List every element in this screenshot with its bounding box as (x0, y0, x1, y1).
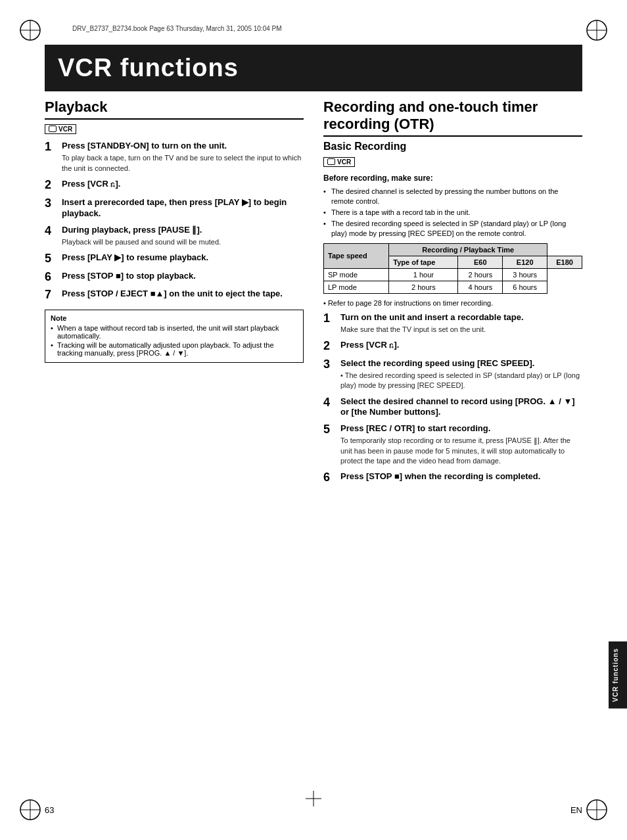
playback-step-1: 1 Press [STANDBY-ON] to turn on the unit… (45, 141, 304, 174)
right-column: Recording and one-touch timer recording … (323, 92, 582, 787)
rec-step-desc-3: • The desired recording speed is selecte… (340, 371, 582, 391)
table-subheader-e180: E180 (547, 256, 582, 268)
sp-e120: 2 hours (458, 268, 503, 281)
step-title-2: Press [VCR ⎌]. (62, 179, 304, 190)
language-indicator: EN (570, 805, 582, 815)
sp-e180: 3 hours (503, 268, 547, 281)
note-item-1: When a tape without record tab is insert… (51, 324, 298, 340)
rec-step-title-2: Press [VCR ⎌]. (340, 340, 582, 351)
before-item-1: The desired channel is selected by press… (323, 187, 582, 206)
rec-step-2: 2 Press [VCR ⎌]. (323, 340, 582, 353)
step-title-3: Insert a prerecorded tape, then press [P… (62, 197, 304, 220)
step-title-4: During playback, press [PAUSE ‖]. (62, 225, 304, 236)
note-box: Note When a tape without record tab is i… (45, 310, 304, 363)
note-title: Note (51, 314, 298, 322)
recording-heading: Recording and one-touch timer recording … (323, 99, 582, 137)
lp-e60: 2 hours (389, 281, 458, 293)
title-bar: VCR functions (45, 45, 582, 91)
lp-mode-label: LP mode (324, 281, 389, 293)
playback-vcr-badge: VCR (45, 124, 76, 134)
rec-step-num-2: 2 (323, 340, 335, 353)
tape-speed-table: Tape speed Recording / Playback Time Typ… (323, 243, 582, 294)
table-header-time: Recording / Playback Time (389, 243, 547, 256)
rec-step-1: 1 Turn on the unit and insert a recordab… (323, 312, 582, 335)
table-header-speed: Tape speed (324, 243, 389, 268)
rec-step-num-5: 5 (323, 423, 335, 436)
playback-step-4: 4 During playback, press [PAUSE ‖]. Play… (45, 225, 304, 247)
playback-step-3: 3 Insert a prerecorded tape, then press … (45, 197, 304, 220)
rec-step-4: 4 Select the desired channel to record u… (323, 396, 582, 419)
step-num-1: 1 (45, 141, 57, 154)
corner-mark-tr (585, 18, 609, 42)
rec-step-6: 6 Press [STOP ■] when the recording is c… (323, 471, 582, 484)
playback-step-6: 6 Press [STOP ■] to stop playback. (45, 271, 304, 284)
before-item-3: The desired recording speed is selected … (323, 219, 582, 238)
rec-step-num-6: 6 (323, 471, 335, 484)
step-num-7: 7 (45, 289, 57, 302)
page-title: VCR functions (58, 54, 569, 82)
rec-step-title-4: Select the desired channel to record usi… (340, 396, 582, 419)
basic-recording-title: Basic Recording (323, 141, 582, 152)
rec-step-title-1: Turn on the unit and insert a recordable… (340, 312, 582, 323)
step-num-5: 5 (45, 252, 57, 266)
rec-step-num-1: 1 (323, 312, 335, 325)
note-item-2: Tracking will be automatically adjusted … (51, 341, 298, 357)
playback-step-2: 2 Press [VCR ⎌]. (45, 179, 304, 192)
before-item-2: There is a tape with a record tab in the… (323, 208, 582, 217)
step-num-4: 4 (45, 225, 57, 238)
main-content: Playback VCR 1 Press [STANDBY-ON] to tur… (45, 92, 582, 787)
rec-step-5: 5 Press [REC / OTR] to start recording. … (323, 423, 582, 466)
playback-step-7: 7 Press [STOP / EJECT ■▲] on the unit to… (45, 289, 304, 302)
step-title-7: Press [STOP / EJECT ■▲] on the unit to e… (62, 289, 304, 300)
file-info: DRV_B2737_B2734.book Page 63 Thursday, M… (72, 25, 282, 32)
playback-heading: Playback (45, 99, 304, 120)
lp-e180: 6 hours (503, 281, 547, 293)
step-num-6: 6 (45, 271, 57, 284)
table-row-lp: LP mode 2 hours 4 hours 6 hours (324, 281, 582, 293)
sp-mode-label: SP mode (324, 268, 389, 281)
step-num-3: 3 (45, 197, 57, 210)
refer-note: • Refer to page 28 for instructions on t… (323, 299, 582, 307)
rec-step-desc-1: Make sure that the TV input is set on th… (340, 325, 582, 335)
rec-step-num-3: 3 (323, 358, 335, 371)
sp-e60: 1 hour (389, 268, 458, 281)
rec-step-desc-5: To temporarily stop recording or to resu… (340, 436, 582, 466)
step-num-2: 2 (45, 179, 57, 192)
step-desc-4: Playback will be paused and sound will b… (62, 237, 304, 247)
step-title-1: Press [STANDBY-ON] to turn on the unit. (62, 141, 304, 152)
lp-e120: 4 hours (458, 281, 503, 293)
left-column: Playback VCR 1 Press [STANDBY-ON] to tur… (45, 92, 304, 787)
table-row-sp: SP mode 1 hour 2 hours 3 hours (324, 268, 582, 281)
rec-step-3: 3 Select the recording speed using [REC … (323, 358, 582, 391)
page-number: 63 (45, 805, 54, 815)
corner-mark-tl (18, 18, 42, 42)
step-title-6: Press [STOP ■] to stop playback. (62, 271, 304, 282)
rec-step-title-3: Select the recording speed using [REC SP… (340, 358, 582, 369)
step-desc-1: To play back a tape, turn on the TV and … (62, 153, 304, 174)
before-recording-title: Before recording, make sure: (323, 174, 582, 183)
corner-mark-bl (18, 798, 42, 822)
side-tab: VCR functions (609, 642, 627, 709)
rec-step-num-4: 4 (323, 396, 335, 409)
footer: 63 EN (45, 805, 582, 815)
table-subheader-e60: E60 (458, 256, 503, 268)
recording-vcr-badge: VCR (323, 157, 355, 167)
step-title-5: Press [PLAY ▶] to resume playback. (62, 252, 304, 264)
rec-step-title-5: Press [REC / OTR] to start recording. (340, 423, 582, 434)
rec-step-title-6: Press [STOP ■] when the recording is com… (340, 471, 582, 482)
table-subheader-e120: E120 (503, 256, 547, 268)
playback-step-5: 5 Press [PLAY ▶] to resume playback. (45, 252, 304, 266)
table-subheader-tapetype: Type of tape (389, 256, 458, 268)
corner-mark-br (585, 798, 609, 822)
